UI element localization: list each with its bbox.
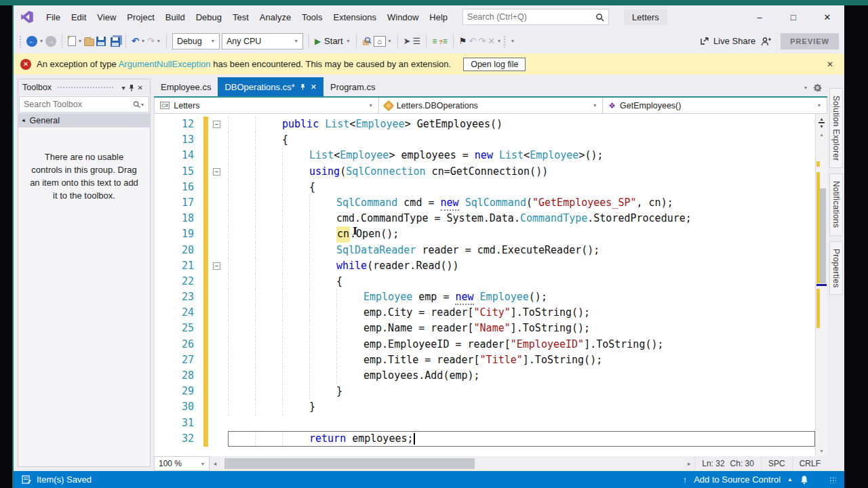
minimize-button[interactable]: – bbox=[743, 5, 776, 28]
exception-link[interactable]: ArgumentNullException bbox=[119, 59, 211, 69]
undo-dropdown-icon[interactable]: ▾ bbox=[141, 38, 145, 44]
project-dropdown[interactable]: C# Letters ▾ bbox=[155, 98, 379, 113]
scroll-right-icon[interactable]: ▸ bbox=[684, 456, 694, 471]
open-file-icon[interactable] bbox=[84, 39, 94, 46]
redo-dropdown-icon[interactable]: ▾ bbox=[157, 38, 161, 44]
add-to-source-control-button[interactable]: Add to Source Control bbox=[694, 474, 781, 485]
open-log-file-button[interactable]: Open log file bbox=[463, 58, 526, 71]
code-editor[interactable]: 12−public List<Employee> GetEmployees()1… bbox=[154, 114, 815, 456]
source-control-menu-icon[interactable]: ▲ bbox=[787, 476, 793, 483]
menu-item-test[interactable]: Test bbox=[227, 12, 254, 22]
document-list-icon[interactable]: ▾ bbox=[804, 85, 808, 91]
comment-icon[interactable]: ?≡ bbox=[439, 37, 448, 46]
search-icon[interactable] bbox=[595, 13, 604, 22]
code-line[interactable]: 23Employee emp = new Employee(); bbox=[155, 289, 815, 305]
horizontal-scrollbar[interactable] bbox=[220, 458, 684, 470]
side-tab-solution-explorer[interactable]: Solution Explorer bbox=[829, 88, 843, 168]
collapse-icon[interactable]: − bbox=[213, 262, 220, 270]
code-line[interactable]: 27emp.Title = reader["Title"].ToString()… bbox=[155, 352, 815, 368]
code-line[interactable]: 30} bbox=[155, 399, 815, 415]
menu-item-project[interactable]: Project bbox=[121, 12, 159, 22]
toolbox-title-bar[interactable]: Toolbox ▾ ✕ bbox=[18, 79, 150, 96]
quick-search-input[interactable] bbox=[467, 12, 595, 22]
code-line[interactable]: 18cmd.CommandType = System.Data.CommandT… bbox=[155, 211, 815, 226]
toolbox-search-input[interactable] bbox=[24, 100, 133, 109]
search-options-icon[interactable]: ▾ bbox=[140, 102, 144, 108]
menu-item-tools[interactable]: Tools bbox=[296, 12, 328, 22]
scroll-down-icon[interactable]: ▾ bbox=[816, 448, 827, 454]
document-outline-icon[interactable]: ☰ bbox=[413, 36, 421, 46]
code-line[interactable]: 32return employees; bbox=[155, 431, 815, 447]
new-file-dropdown-icon[interactable]: ▾ bbox=[78, 38, 82, 44]
code-line[interactable]: 22{ bbox=[155, 274, 815, 289]
code-line[interactable]: 19cn.Open(); bbox=[155, 226, 815, 242]
vertical-scrollbar-thumb[interactable] bbox=[820, 188, 826, 283]
navigate-back-button[interactable]: ← bbox=[26, 36, 37, 47]
tab-close-icon[interactable]: ✕ bbox=[311, 83, 317, 92]
toolbox-section-general[interactable]: ▾ General bbox=[18, 113, 150, 127]
code-line[interactable]: 26emp.EmployeeID = reader["EmployeeID"].… bbox=[155, 337, 815, 352]
clear-bookmarks-icon[interactable]: ✕ bbox=[488, 36, 495, 46]
add-user-icon[interactable] bbox=[761, 37, 771, 46]
navigate-forward-button[interactable]: → bbox=[45, 36, 56, 47]
code-line[interactable]: 14List<Employee> employees = new List<Em… bbox=[155, 148, 815, 163]
code-line[interactable]: 25emp.Name = reader["Name"].ToString(); bbox=[155, 321, 815, 336]
select-element-icon[interactable]: ➤ bbox=[403, 36, 411, 46]
code-line[interactable]: 16{ bbox=[155, 180, 815, 195]
toolbox-close-icon[interactable]: ✕ bbox=[135, 84, 146, 92]
toolbox-drag-grip[interactable] bbox=[57, 86, 113, 89]
code-line[interactable]: 12−public List<Employee> GetEmployees() bbox=[155, 117, 815, 132]
save-all-icon[interactable] bbox=[111, 37, 120, 47]
code-line[interactable]: 29} bbox=[155, 384, 815, 399]
code-line[interactable]: 31 bbox=[155, 415, 815, 431]
resize-grip[interactable] bbox=[829, 476, 836, 483]
menu-item-help[interactable]: Help bbox=[424, 12, 453, 22]
spaces-mode-cell[interactable]: SPC bbox=[761, 456, 792, 471]
type-dropdown[interactable]: Letters.DBOperations ▾ bbox=[379, 98, 604, 113]
menu-item-debug[interactable]: Debug bbox=[191, 12, 227, 22]
notifications-bell-icon[interactable] bbox=[800, 475, 809, 485]
toolbar-drag-handle[interactable] bbox=[19, 35, 22, 47]
side-tab-notifications[interactable]: Notifications bbox=[829, 174, 843, 235]
menu-item-build[interactable]: Build bbox=[160, 12, 191, 22]
solution-configuration-dropdown[interactable]: Debug▾ bbox=[172, 33, 220, 49]
vertical-scrollbar[interactable]: ▴▾ ▴ ▾ bbox=[815, 114, 827, 456]
tab-dboperations-cs-[interactable]: DBOperations.cs*✕ bbox=[218, 77, 323, 96]
pin-icon[interactable] bbox=[300, 83, 306, 90]
start-dropdown-icon[interactable]: ▾ bbox=[347, 38, 351, 44]
indent-icon[interactable]: ≡ bbox=[432, 37, 437, 46]
toolbar-drag-handle[interactable] bbox=[503, 35, 506, 47]
start-debug-icon[interactable]: ▶ bbox=[315, 37, 321, 46]
toolbox-menu-icon[interactable]: ▾ bbox=[119, 84, 128, 92]
redo-icon[interactable]: ↷ bbox=[147, 36, 155, 46]
menu-item-window[interactable]: Window bbox=[382, 12, 424, 22]
find-in-files-icon[interactable] bbox=[362, 37, 372, 46]
close-button[interactable]: ✕ bbox=[810, 5, 844, 28]
collapse-icon[interactable]: − bbox=[213, 168, 220, 176]
preview-button[interactable]: PREVIEW bbox=[781, 33, 839, 49]
toolbar-overflow-icon[interactable]: ▾ bbox=[511, 38, 515, 44]
previous-bookmark-icon[interactable]: ↶ bbox=[469, 36, 476, 46]
collapse-icon[interactable]: − bbox=[213, 121, 220, 128]
live-share-button[interactable]: Live Share bbox=[700, 36, 755, 46]
tab-program-cs[interactable]: Program.cs bbox=[323, 77, 382, 96]
home-dropdown-icon[interactable]: ▾ bbox=[388, 38, 392, 44]
pin-icon[interactable] bbox=[128, 84, 135, 92]
save-icon[interactable] bbox=[96, 37, 106, 46]
maximize-button[interactable]: □ bbox=[776, 5, 810, 28]
notification-close-icon[interactable]: ✕ bbox=[823, 60, 837, 69]
menu-item-extensions[interactable]: Extensions bbox=[328, 12, 382, 22]
menu-item-view[interactable]: View bbox=[92, 12, 121, 22]
next-bookmark-icon[interactable]: ↷ bbox=[478, 36, 486, 46]
menu-item-file[interactable]: File bbox=[41, 12, 66, 22]
code-line[interactable]: 24emp.City = reader["City"].ToString(); bbox=[155, 305, 815, 321]
toolbox-search-box[interactable]: ▾ bbox=[19, 96, 149, 113]
horizontal-scrollbar-thumb[interactable] bbox=[224, 458, 475, 469]
new-file-icon[interactable]: ✦ bbox=[68, 36, 76, 46]
home-icon[interactable]: ⌂ bbox=[374, 36, 386, 47]
code-line[interactable]: 28employees.Add(emp); bbox=[155, 368, 815, 384]
code-line[interactable]: 20SqlDataReader reader = cmd.ExecuteRead… bbox=[155, 243, 815, 258]
navigate-back-dropdown-icon[interactable]: ▾ bbox=[39, 38, 43, 44]
bookmark-icon[interactable]: ⚑ bbox=[459, 36, 467, 46]
menu-item-analyze[interactable]: Analyze bbox=[254, 12, 296, 22]
